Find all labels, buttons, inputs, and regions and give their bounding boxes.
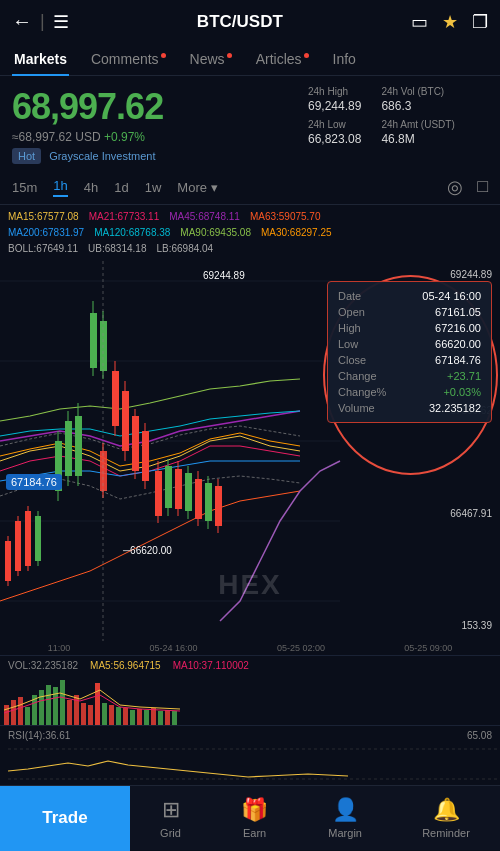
stat-24h-vol-btc: 24h Vol (BTC) 686.3 xyxy=(381,86,444,113)
bottom-navigation: Trade ⊞ Grid 🎁 Earn 👤 Margin 🔔 Reminder xyxy=(0,785,500,850)
svg-rect-67 xyxy=(137,709,142,725)
ma200: MA200:67831.97 xyxy=(8,225,84,241)
nav-reminder[interactable]: 🔔 Reminder xyxy=(416,789,476,847)
svg-rect-69 xyxy=(151,708,156,725)
tooltip-volume-row: Volume 32.235182 xyxy=(338,400,481,416)
ma21: MA21:67733.11 xyxy=(89,209,160,225)
price-left: 68,997.62 ≈68,997.62 USD +0.97% Hot Gray… xyxy=(12,86,298,164)
svg-rect-55 xyxy=(53,687,58,725)
ub: UB:68314.18 xyxy=(88,241,146,257)
period-more[interactable]: More ▾ xyxy=(177,180,217,195)
chart-settings-icon[interactable]: ◎ xyxy=(447,176,463,198)
share-icon[interactable]: ❐ xyxy=(472,11,488,33)
back-button[interactable]: ← xyxy=(12,10,32,33)
period-4h[interactable]: 4h xyxy=(84,180,98,195)
notification-dot xyxy=(304,53,309,58)
svg-rect-56 xyxy=(60,680,65,725)
favorite-icon[interactable]: ★ xyxy=(442,11,458,33)
vol-ma5: MA5:56.964715 xyxy=(90,660,161,671)
tooltip-changepct-row: Change% +0.03% xyxy=(338,384,481,400)
svg-rect-65 xyxy=(123,708,128,725)
reminder-label: Reminder xyxy=(422,827,470,839)
vol-value: VOL:32.235182 xyxy=(8,660,78,671)
svg-rect-50 xyxy=(18,697,23,725)
stats-row-1: 24h High 69,244.89 24h Vol (BTC) 686.3 xyxy=(308,86,488,113)
price-tag-high: 69244.89 xyxy=(200,269,248,282)
ma30: MA30:68297.25 xyxy=(261,225,332,241)
earn-label: Earn xyxy=(243,827,266,839)
volume-chart xyxy=(0,675,500,725)
tab-comments[interactable]: Comments xyxy=(89,43,168,75)
tab-articles[interactable]: Articles xyxy=(254,43,311,75)
ma-row-2: MA200:67831.97 MA120:68768.38 MA90:69435… xyxy=(8,225,492,241)
notification-dot xyxy=(227,53,232,58)
period-15m[interactable]: 15m xyxy=(12,180,37,195)
nav-earn[interactable]: 🎁 Earn xyxy=(235,789,274,847)
stat-24h-amt-usdt: 24h Amt (USDT) 46.8M xyxy=(381,119,454,146)
current-price: 68,997.62 xyxy=(12,86,298,128)
price-label-high: 69244.89 xyxy=(450,269,492,280)
svg-rect-51 xyxy=(25,707,30,725)
period-1h[interactable]: 1h xyxy=(53,178,67,197)
svg-rect-63 xyxy=(109,705,114,725)
chart-tools: ◎ □ xyxy=(447,176,488,198)
copy-icon[interactable]: ▭ xyxy=(411,11,428,33)
page-title: BTC/USDT xyxy=(77,12,403,32)
tab-info[interactable]: Info xyxy=(331,43,358,75)
price-section: 68,997.62 ≈68,997.62 USD +0.97% Hot Gray… xyxy=(0,76,500,170)
divider: | xyxy=(40,11,45,32)
price-usd: ≈68,997.62 USD +0.97% xyxy=(12,130,298,144)
header: ← | ☰ BTC/USDT ▭ ★ ❐ xyxy=(0,0,500,43)
rsi-label: RSI(14):36.61 65.08 xyxy=(8,730,492,741)
trade-button[interactable]: Trade xyxy=(0,786,130,851)
tab-markets[interactable]: Markets xyxy=(12,43,69,75)
nav-margin[interactable]: 👤 Margin xyxy=(322,789,368,847)
stats-row-2: 24h Low 66,823.08 24h Amt (USDT) 46.8M xyxy=(308,119,488,146)
period-1d[interactable]: 1d xyxy=(114,180,128,195)
svg-rect-48 xyxy=(4,705,9,725)
svg-rect-59 xyxy=(81,703,86,725)
price-stats: 24h High 69,244.89 24h Vol (BTC) 686.3 2… xyxy=(308,86,488,164)
ma90: MA90:69435.08 xyxy=(180,225,251,241)
svg-rect-54 xyxy=(46,685,51,725)
svg-rect-66 xyxy=(130,710,135,725)
candle-tooltip: Date 05-24 16:00 Open 67161.05 High 6721… xyxy=(327,281,492,423)
tab-news[interactable]: News xyxy=(188,43,234,75)
volume-section: VOL:32.235182 MA5:56.964715 MA10:37.1100… xyxy=(0,655,500,675)
time-label-2: 05-25 02:00 xyxy=(277,643,325,653)
nav-grid[interactable]: ⊞ Grid xyxy=(154,789,187,847)
price-change: +0.97% xyxy=(104,130,145,144)
earn-icon: 🎁 xyxy=(241,797,268,823)
ma15: MA15:67577.08 xyxy=(8,209,79,225)
chart-area[interactable]: 69244.89 67330.62 66467.91 153.39 67184.… xyxy=(0,261,500,641)
volume-labels: VOL:32.235182 MA5:56.964715 MA10:37.1100… xyxy=(8,660,492,671)
fullscreen-icon[interactable]: □ xyxy=(477,176,488,198)
period-1w[interactable]: 1w xyxy=(145,180,162,195)
margin-icon: 👤 xyxy=(332,797,359,823)
svg-rect-49 xyxy=(11,700,16,725)
menu-icon[interactable]: ☰ xyxy=(53,11,69,33)
ma63: MA63:59075.70 xyxy=(250,209,321,225)
vol-ma10: MA10:37.110002 xyxy=(173,660,249,671)
margin-label: Margin xyxy=(328,827,362,839)
stat-24h-low: 24h Low 66,823.08 xyxy=(308,119,361,146)
rsi-section: RSI(14):36.61 65.08 xyxy=(0,725,500,785)
boll: BOLL:67649.11 xyxy=(8,241,78,257)
svg-rect-71 xyxy=(165,710,170,725)
time-label-0: 11:00 xyxy=(48,643,71,653)
grayscale-link[interactable]: Grayscale Investment xyxy=(49,150,155,162)
svg-rect-64 xyxy=(116,707,121,725)
hot-badge: Hot xyxy=(12,148,41,164)
rsi-right-value: 65.08 xyxy=(467,730,492,741)
svg-rect-57 xyxy=(67,700,72,725)
ma45: MA45:68748.11 xyxy=(169,209,240,225)
price-tag-low: ─66620.00 xyxy=(120,544,175,557)
volume-bars xyxy=(0,675,500,725)
price-tag-left: 67184.76 xyxy=(6,474,62,490)
stat-24h-high: 24h High 69,244.89 xyxy=(308,86,361,113)
reminder-icon: 🔔 xyxy=(433,797,460,823)
tooltip-date-row: Date 05-24 16:00 xyxy=(338,288,481,304)
svg-rect-61 xyxy=(95,683,100,725)
svg-rect-60 xyxy=(88,705,93,725)
rsi-chart xyxy=(8,741,500,785)
